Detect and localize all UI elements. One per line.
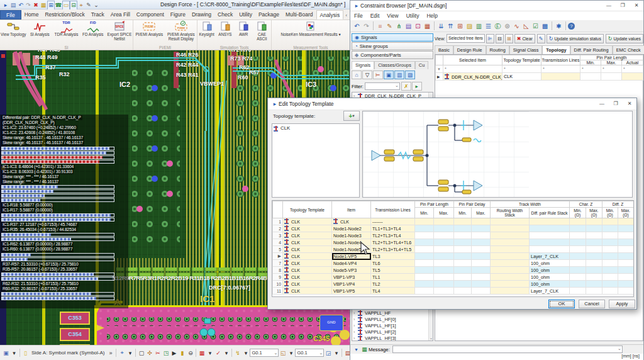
cell-selected-item[interactable]: DDR_CLK_N-DDR_CLK_P xyxy=(443,73,502,81)
align-top-icon[interactable]: ⊫ xyxy=(486,34,494,43)
lightning-dropdown-icon[interactable]: ▾ xyxy=(242,350,250,356)
tab-signals[interactable]: Signals xyxy=(352,61,374,69)
tab-file[interactable]: File xyxy=(0,10,21,20)
expander-icon[interactable]: › xyxy=(353,317,358,322)
message-input[interactable]: ⌄ xyxy=(392,346,623,353)
drc-check-icon[interactable]: ✓ xyxy=(214,350,222,356)
tab-check[interactable]: Check xyxy=(214,10,236,20)
topology-preview-pane[interactable] xyxy=(362,111,633,198)
report-icon[interactable]: ▥ xyxy=(474,21,484,31)
pi-emi-analysis-button[interactable]: PI/EMI PI/EMI Analysis xyxy=(133,20,165,45)
annotate-icon[interactable]: ✎ xyxy=(85,1,92,9)
active-window-icon[interactable]: ▣ xyxy=(2,350,10,356)
tab-diff-pair-routing[interactable]: Diff. Pair Routing xyxy=(570,45,613,54)
zoom-window-icon[interactable]: ⊞ xyxy=(47,1,55,10)
cb-minimize-icon[interactable]: — xyxy=(602,1,616,11)
probe-dropdown-icon[interactable]: ▾ xyxy=(126,350,134,356)
e-check-icon[interactable]: Ⓔ xyxy=(493,21,502,31)
pi-emi-result-display-button[interactable]: PI/EMI PI/EMI Analysis Result Display xyxy=(165,20,197,45)
grid-combo-2[interactable]: G0.1⌄ xyxy=(295,349,324,357)
fd-analysis-button[interactable]: F/D FD Analysis xyxy=(80,20,106,45)
collapse-all-icon[interactable]: ⊟ xyxy=(496,34,504,43)
cell-max[interactable] xyxy=(601,73,622,81)
waveform-icon[interactable]: ∿ xyxy=(512,21,521,31)
view-topology-button[interactable]: View Topology xyxy=(0,20,26,45)
apply-button[interactable]: Apply xyxy=(609,300,635,308)
ok-button[interactable]: OK xyxy=(548,300,575,308)
undo-icon[interactable]: ↶ xyxy=(17,1,25,9)
table-row[interactable]: ▶ DDR_CLK_N-DDR_CLK_P CLK xyxy=(436,73,643,81)
display-icon[interactable]: ⊟ xyxy=(70,1,77,10)
cb-skew-groups-button[interactable]: ◔ Skew groups xyxy=(352,42,433,50)
pick-icon[interactable]: ⌖ xyxy=(77,1,85,9)
filter-input[interactable]: ⌄ xyxy=(365,82,400,90)
window-dropdown-icon[interactable]: ▾ xyxy=(10,350,18,356)
expand-all-icon[interactable]: ⊞ xyxy=(505,34,513,43)
table-row[interactable]: 2 CLK Node1-Node2 TL1+TL3+TL4 xyxy=(273,225,634,232)
tab-area-fill[interactable]: Area Fill xyxy=(108,10,133,20)
pan-hand-icon[interactable]: ✣ xyxy=(145,350,153,356)
select-arrow-icon[interactable]: ▶ xyxy=(170,350,178,356)
expand-net-icon[interactable]: ⊨ xyxy=(373,70,383,79)
keysight-button[interactable]: Keysight xyxy=(197,20,216,45)
template-list-item[interactable]: CLK xyxy=(272,124,359,132)
filter-apply-icon[interactable]: ▸ xyxy=(412,82,422,91)
tab-routing[interactable]: Routing xyxy=(486,45,509,54)
check-dropdown-icon[interactable]: ▾ xyxy=(222,350,230,356)
undo-icon[interactable]: ↶ xyxy=(352,21,362,31)
home-icon[interactable]: ⌂ xyxy=(352,70,362,79)
grid-b-dropdown-icon[interactable]: ▾ xyxy=(332,350,340,356)
cb-menu-help[interactable]: Help xyxy=(423,13,441,19)
color-grid-icon[interactable]: ▦ xyxy=(40,1,47,9)
dialog-minimize-icon[interactable]: — xyxy=(595,99,609,109)
remove-icon[interactable]: ⊖ xyxy=(186,350,194,356)
cell-actual[interactable] xyxy=(622,73,643,81)
cb-maximize-icon[interactable]: ❐ xyxy=(616,1,630,11)
export-spice-netlist-button[interactable]: SPICE Export SPICE Netlist xyxy=(106,20,133,45)
table-row[interactable]: 8 CLK Node5-VP3 TL5 100_ohm xyxy=(273,267,634,274)
filter-row[interactable]: ▼ * * * * * * xyxy=(436,65,643,73)
topology-branch-icon[interactable]: ⋔ xyxy=(394,21,404,31)
list-icon[interactable]: ☰ xyxy=(484,21,493,31)
copy-rules-icon[interactable]: ⊡ xyxy=(413,21,423,31)
show-nets-icon[interactable]: ▣ xyxy=(384,70,394,79)
tdr-analysis-button[interactable]: TDR TDR Analysis xyxy=(53,20,79,45)
cb-signals-button[interactable]: ◉ Signals xyxy=(352,33,433,42)
dialog-maximize-icon[interactable]: ❐ xyxy=(609,99,623,109)
tree-item[interactable]: ›VAPPLL_HF[0] xyxy=(352,316,433,322)
ansys-button[interactable]: ANSYS xyxy=(216,20,234,45)
tab-basic[interactable]: Basic xyxy=(435,45,453,54)
tree-item[interactable]: ›VAPPLL_HF[3] xyxy=(352,335,433,341)
tab-design-rule[interactable]: Design Rule xyxy=(453,45,486,54)
table-row[interactable]: 3 CLK Node1-Node3 TL2+TL3+TL4 xyxy=(273,232,634,239)
export-icon[interactable]: ⇈ xyxy=(446,21,455,31)
awr-button[interactable]: AWR xyxy=(235,20,253,45)
grid-a-icon[interactable]: ◱ xyxy=(279,350,287,356)
grid-a-dropdown-icon[interactable]: ▾ xyxy=(287,350,295,356)
settings-icon[interactable]: ✱ xyxy=(554,21,564,31)
battery-icon[interactable]: ▮ xyxy=(178,350,186,356)
verify-icon[interactable]: ☑ xyxy=(531,21,540,31)
noiseken-measurement-results-button[interactable]: NoiseKen Measurement Results ▾ xyxy=(272,20,350,45)
expander-icon[interactable]: › xyxy=(353,323,358,328)
expander-icon[interactable]: › xyxy=(353,311,358,315)
expander-icon[interactable]: › xyxy=(353,330,358,334)
table-row[interactable]: 10 CLK VBP1-VP4 TL2 100_ohm xyxy=(273,281,634,288)
tree-item[interactable]: ›VAPPLL_HF xyxy=(352,310,433,316)
template-list[interactable]: CLK xyxy=(272,123,360,198)
probe-icon[interactable]: ⌖ xyxy=(118,349,126,356)
filter-clear-icon[interactable]: ✗ xyxy=(401,82,411,91)
prev-tab-icon[interactable]: ‹ xyxy=(343,11,349,20)
rule-table-icon[interactable]: ▦ xyxy=(423,21,432,31)
dialog-close-icon[interactable]: ✕ xyxy=(623,99,636,109)
tree-item[interactable]: ›VAPPLL_HF[1] xyxy=(352,322,433,329)
clear-button[interactable]: ✖Clear xyxy=(514,34,535,43)
drc-dropdown-icon[interactable]: ▾ xyxy=(206,350,214,356)
balloon-icon[interactable]: ▭ xyxy=(62,1,70,10)
tab-custom[interactable]: Cu xyxy=(415,61,428,69)
update-simulation-status-button[interactable]: ↻Update simulation status xyxy=(547,34,604,43)
edit-constraint-icon[interactable]: ✎ xyxy=(385,21,394,31)
qat-more-icon[interactable]: ⌄ xyxy=(92,1,100,9)
tab-multi-board[interactable]: Multi-Board xyxy=(282,10,316,20)
tab-emc-check[interactable]: EMC Check xyxy=(613,45,644,54)
